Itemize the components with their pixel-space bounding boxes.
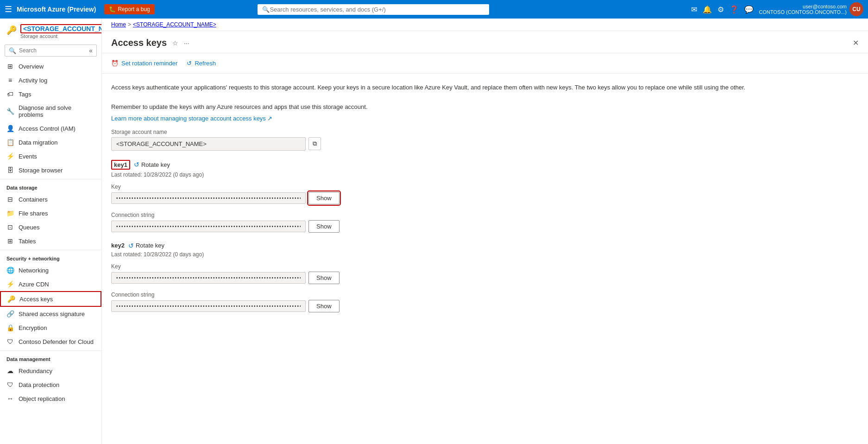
close-button[interactable]: ✕ — [853, 38, 859, 47]
diagnose-icon: 🔧 — [6, 108, 14, 115]
sidebar-item-overview[interactable]: ⊞ Overview — [0, 59, 101, 73]
sidebar-item-encryption[interactable]: 🔒 Encryption — [0, 321, 101, 335]
key1-show-button[interactable]: Show — [308, 192, 340, 204]
user-avatar[interactable]: CU — [849, 2, 863, 16]
object-replication-icon: ↔ — [6, 395, 14, 402]
content-area: Home > <STORAGE_ACCOUNT_NAME> Access key… — [102, 19, 868, 444]
azure-cdn-icon: ⚡ — [6, 280, 14, 288]
sidebar-item-data-protection-label: Data protection — [19, 381, 59, 388]
sidebar-item-storage-browser[interactable]: 🗄 Storage browser — [0, 163, 101, 177]
hamburger-icon[interactable]: ☰ — [5, 4, 12, 14]
learn-more-link[interactable]: Learn more about managing storage accoun… — [111, 115, 272, 122]
sidebar-account-title: <STORAGE_ACCOUNT_NAME> — [20, 24, 102, 33]
sidebar-item-queues[interactable]: ⊡ Queues — [0, 220, 101, 234]
sidebar: 🔑 <STORAGE_ACCOUNT_NAME> Storage account… — [0, 19, 102, 444]
sidebar-item-redundancy[interactable]: ☁ Redundancy — [0, 364, 101, 378]
refresh-icon: ↺ — [187, 60, 192, 67]
sidebar-item-access-keys[interactable]: 🔑 Access keys — [0, 291, 101, 307]
sidebar-item-access-control[interactable]: 👤 Access Control (IAM) — [0, 121, 101, 135]
sidebar-account-type: Storage account — [20, 33, 102, 39]
sidebar-item-containers[interactable]: ⊟ Containers — [0, 192, 101, 206]
sidebar-item-azure-cdn[interactable]: ⚡ Azure CDN — [0, 277, 101, 291]
help-icon[interactable]: ❓ — [730, 5, 739, 14]
key1-rotate-button[interactable]: ↺ Rotate key — [134, 161, 170, 168]
set-rotation-reminder-button[interactable]: ⏰ Set rotation reminder — [111, 58, 177, 69]
rotation-icon: ⏰ — [111, 60, 119, 67]
key1-key-label: Key — [111, 184, 859, 190]
sidebar-search-box[interactable]: 🔍 « — [5, 44, 97, 57]
sidebar-item-activity-log[interactable]: ≡ Activity log — [0, 73, 101, 87]
breadcrumb-account[interactable]: <STORAGE_ACCOUNT_NAME> — [133, 21, 216, 28]
sidebar-item-diagnose[interactable]: 🔧 Diagnose and solve problems — [0, 101, 101, 121]
notifications-icon[interactable]: 🔔 — [703, 5, 712, 14]
sidebar-item-tags[interactable]: 🏷 Tags — [0, 87, 101, 101]
sidebar-item-azure-cdn-label: Azure CDN — [19, 281, 49, 288]
data-management-section-label: Data management — [0, 350, 101, 364]
encryption-icon: 🔒 — [6, 324, 14, 331]
data-storage-section-label: Data storage — [0, 179, 101, 192]
sidebar-key-icon: 🔑 — [6, 25, 17, 35]
key1-conn-input[interactable] — [111, 221, 306, 232]
data-migration-icon: 📋 — [6, 139, 14, 146]
sidebar-item-object-replication[interactable]: ↔ Object replication — [0, 392, 101, 406]
key2-conn-input[interactable] — [111, 300, 306, 312]
key2-label: key2 — [111, 242, 125, 249]
key1-last-rotated: Last rotated: 10/28/2022 (0 days ago) — [111, 171, 859, 178]
app-logo: Microsoft Azure (Preview) — [17, 6, 96, 13]
global-search-box[interactable]: 🔍 — [258, 4, 489, 15]
key1-key-input[interactable] — [111, 192, 306, 204]
key2-key-label: Key — [111, 263, 859, 270]
key2-key-input[interactable] — [111, 272, 306, 284]
more-icon[interactable]: ··· — [184, 39, 189, 47]
security-section-label: Security + networking — [0, 250, 101, 263]
sidebar-item-encryption-label: Encryption — [19, 324, 47, 331]
key2-header: key2 ↺ Rotate key — [111, 242, 859, 249]
access-keys-icon: 🔑 — [7, 295, 15, 303]
sidebar-collapse-button[interactable]: « — [89, 47, 93, 54]
storage-account-name-input[interactable] — [111, 137, 306, 151]
settings-icon[interactable]: ⚙ — [717, 5, 724, 14]
key2-rotate-icon: ↺ — [128, 242, 134, 249]
key2-rotate-label: Rotate key — [136, 242, 164, 249]
sidebar-item-containers-label: Containers — [19, 196, 48, 203]
key2-rotate-button[interactable]: ↺ Rotate key — [128, 242, 164, 249]
sidebar-item-networking[interactable]: 🌐 Networking — [0, 263, 101, 277]
sidebar-item-shared-access[interactable]: 🔗 Shared access signature — [0, 307, 101, 321]
key1-section: key1 ↺ Rotate key Last rotated: 10/28/20… — [111, 160, 859, 233]
key2-conn-label: Connection string — [111, 292, 859, 298]
sidebar-search-input[interactable] — [19, 47, 86, 54]
key1-key-group: Key Show — [111, 184, 859, 204]
topbar: ☰ Microsoft Azure (Preview) 🐛 Report a b… — [0, 0, 868, 19]
sidebar-nav: ⊞ Overview ≡ Activity log 🏷 Tags 🔧 Diagn… — [0, 59, 101, 444]
star-icon[interactable]: ☆ — [172, 39, 178, 47]
sidebar-item-data-protection[interactable]: 🛡 Data protection — [0, 378, 101, 392]
key1-conn-show-button[interactable]: Show — [308, 220, 340, 233]
user-menu[interactable]: user@contoso.com CONTOSO (CONTOSO.ONCONT… — [759, 2, 863, 16]
sidebar-header: 🔑 <STORAGE_ACCOUNT_NAME> Storage account — [0, 19, 101, 42]
sidebar-item-tables[interactable]: ⊞ Tables — [0, 234, 101, 248]
info-text-1: Access keys authenticate your applicatio… — [111, 83, 859, 93]
sidebar-item-file-shares[interactable]: 📁 File shares — [0, 206, 101, 220]
sidebar-item-events-label: Events — [19, 153, 37, 160]
shared-access-icon: 🔗 — [6, 310, 14, 317]
key1-conn-row: Show — [111, 220, 859, 233]
sidebar-item-data-migration[interactable]: 📋 Data migration — [0, 135, 101, 149]
global-search-input[interactable] — [270, 6, 484, 13]
sidebar-item-events[interactable]: ⚡ Events — [0, 149, 101, 163]
report-bug-button[interactable]: 🐛 Report a bug — [104, 4, 154, 14]
key2-section: key2 ↺ Rotate key Last rotated: 10/28/20… — [111, 242, 859, 312]
key2-conn-show-button[interactable]: Show — [308, 300, 340, 312]
storage-account-name-row: ⧉ — [111, 137, 859, 151]
content-body: Access keys authenticate your applicatio… — [102, 74, 868, 329]
key2-key-group: Key Show — [111, 263, 859, 284]
breadcrumb-home[interactable]: Home — [111, 21, 126, 28]
report-bug-label: Report a bug — [118, 6, 150, 13]
copy-storage-name-button[interactable]: ⧉ — [308, 137, 321, 150]
key1-conn-group: Connection string Show — [111, 212, 859, 233]
sidebar-item-defender[interactable]: 🛡 Contoso Defender for Cloud — [0, 335, 101, 349]
email-icon[interactable]: ✉ — [691, 5, 697, 14]
key2-show-button[interactable]: Show — [308, 272, 340, 284]
refresh-button[interactable]: ↺ Refresh — [187, 58, 216, 69]
search-icon: 🔍 — [262, 6, 270, 13]
feedback-icon[interactable]: 💬 — [744, 5, 754, 14]
